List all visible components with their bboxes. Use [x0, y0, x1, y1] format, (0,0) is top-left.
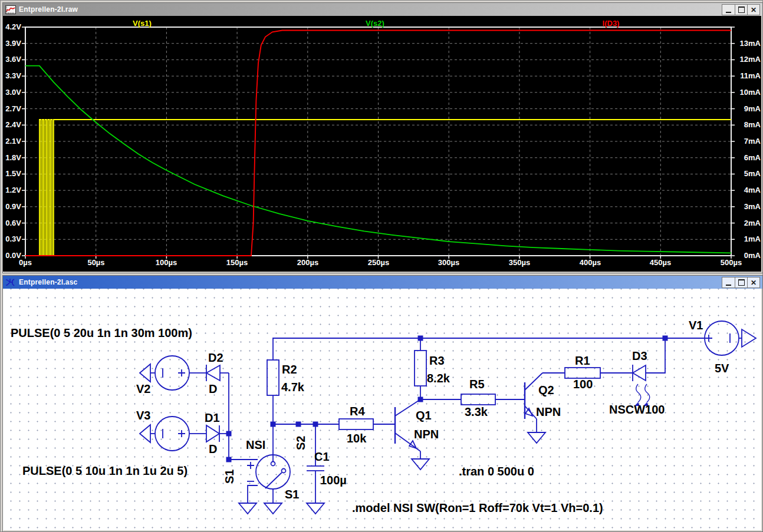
- y-right-tick: 3mA: [734, 202, 761, 212]
- mdi-desktop: Entprellen-2l.raw ✕ 4.2V3.9V3.6V3.3V3.0V…: [0, 0, 763, 532]
- maximize-button[interactable]: [735, 5, 747, 15]
- minimize-icon: [726, 283, 731, 286]
- close-button[interactable]: ✕: [747, 277, 759, 288]
- waveform-plot-pane[interactable]: 4.2V3.9V3.6V3.3V3.0V2.7V2.4V2.1V1.8V1.5V…: [3, 16, 761, 272]
- sch-label-r5val[interactable]: 3.3k: [465, 405, 488, 418]
- resistor-R4[interactable]: [339, 419, 373, 429]
- y-left-tick: 1.2V: [3, 186, 21, 195]
- sch-label-d2[interactable]: D2: [208, 351, 223, 364]
- resistor-R2[interactable]: [267, 360, 279, 395]
- sch-label-v3[interactable]: V3: [136, 409, 150, 422]
- schematic-titlebar[interactable]: Entprellen-2l.asc ✕: [3, 276, 762, 289]
- capacitor-C1[interactable]: [307, 466, 324, 471]
- sch-label-q1type[interactable]: NPN: [414, 428, 439, 441]
- sch-label-d3[interactable]: D3: [632, 349, 647, 362]
- y-left-tick: 2.1V: [3, 137, 21, 146]
- y-right-tick: 9mA: [734, 104, 761, 114]
- x-tick: 500µs: [713, 258, 749, 267]
- sch-label-r2val[interactable]: 4.7k: [281, 381, 305, 394]
- close-button[interactable]: ✕: [747, 5, 759, 15]
- y-left-tick: 3.0V: [3, 88, 21, 97]
- transistor-Q1[interactable]: [395, 399, 420, 451]
- minimize-icon: [726, 10, 731, 13]
- y-left-tick: 1.5V: [3, 169, 21, 179]
- y-right-tick: 4mA: [734, 186, 761, 195]
- schematic-file-icon: [5, 278, 16, 287]
- minimize-button[interactable]: [722, 5, 735, 15]
- trace-label-vs1[interactable]: V(s1): [116, 19, 169, 28]
- y-left-tick: 3.3V: [3, 71, 21, 81]
- y-right-tick: 10mA: [734, 88, 761, 97]
- schematic-window: Entprellen-2l.asc ✕: [2, 275, 763, 532]
- sch-label-r3val[interactable]: 8.2k: [427, 372, 450, 385]
- x-tick: 400µs: [573, 258, 608, 267]
- y-right-tick: 7mA: [734, 137, 761, 146]
- minimize-button[interactable]: [722, 277, 735, 288]
- trace-label-vs2[interactable]: V(s2): [348, 19, 402, 28]
- y-right-tick: 12mA: [734, 55, 761, 64]
- resistor-R3[interactable]: [415, 351, 426, 386]
- x-tick: 150µs: [219, 258, 255, 267]
- y-left-tick: 3.6V: [3, 55, 21, 64]
- sch-label-model[interactable]: .model NSI SW(Ron=1 Roff=70k Vt=1 Vh=0.1…: [352, 501, 603, 514]
- maximize-button[interactable]: [735, 277, 747, 288]
- close-icon: ✕: [751, 279, 757, 286]
- diode-D1[interactable]: [206, 425, 219, 442]
- maximize-icon: [738, 6, 745, 13]
- sch-label-q2type[interactable]: NPN: [536, 405, 561, 418]
- schematic-canvas[interactable]: PULSE(0 5 20u 1n 1n 30m 100m)V2D2DV3D1DP…: [3, 289, 761, 530]
- wires[interactable]: [150, 338, 742, 503]
- sch-label-d2model[interactable]: D: [209, 382, 217, 395]
- sch-label-r5[interactable]: R5: [469, 378, 485, 391]
- x-tick: 100µs: [149, 258, 184, 267]
- trace-label-id3[interactable]: I(D3): [584, 19, 637, 28]
- sch-label-r4val[interactable]: 10k: [347, 432, 367, 445]
- sch-label-d1model[interactable]: D: [209, 442, 217, 455]
- resistor-R5[interactable]: [461, 394, 495, 405]
- x-tick: 250µs: [361, 258, 396, 267]
- diode-D2[interactable]: [206, 365, 220, 381]
- voltage-source-V3[interactable]: [155, 417, 189, 451]
- sch-label-s1net[interactable]: S1: [223, 470, 236, 484]
- sch-label-c1[interactable]: C1: [314, 450, 330, 463]
- sch-label-r1val[interactable]: 100: [573, 378, 593, 391]
- sch-label-c1val[interactable]: 100µ: [320, 474, 347, 487]
- ground-symbols[interactable]: [140, 329, 756, 514]
- waveform-plot: [3, 16, 761, 272]
- sch-label-q1[interactable]: Q1: [416, 409, 432, 422]
- sch-label-r3[interactable]: R3: [429, 354, 445, 367]
- y-right-tick: 2mA: [734, 219, 761, 228]
- sch-label-q2[interactable]: Q2: [538, 384, 554, 396]
- schematic-labels[interactable]: PULSE(0 5 20u 1n 1n 30m 100m)V2D2DV3D1DP…: [11, 319, 729, 514]
- x-tick: 450µs: [643, 258, 678, 267]
- sch-label-nsi[interactable]: NSI: [246, 438, 265, 451]
- sch-label-v1[interactable]: V1: [689, 319, 703, 332]
- schematic-window-title: Entprellen-2l.asc: [19, 278, 77, 286]
- sch-label-pulse1[interactable]: PULSE(0 5 20u 1n 1n 30m 100m): [11, 326, 192, 339]
- sch-label-v1val[interactable]: 5V: [715, 362, 729, 375]
- sch-label-r4[interactable]: R4: [350, 405, 365, 418]
- sch-label-s1inst[interactable]: S1: [285, 488, 299, 501]
- sch-label-v2[interactable]: V2: [136, 382, 150, 395]
- sch-label-s2net[interactable]: S2: [294, 436, 307, 450]
- voltage-source-V2[interactable]: [155, 356, 189, 390]
- sch-label-d3model[interactable]: NSCW100: [609, 403, 665, 416]
- sch-label-r1[interactable]: R1: [575, 354, 590, 367]
- y-left-tick: 2.4V: [3, 120, 21, 130]
- waveform-file-icon: [5, 5, 16, 14]
- led-D3[interactable]: [633, 365, 650, 406]
- sch-label-tran[interactable]: .tran 0 500u 0: [459, 465, 534, 478]
- y-left-tick: 0.6V: [3, 219, 21, 228]
- sch-label-d1[interactable]: D1: [205, 411, 220, 424]
- x-tick: 200µs: [290, 258, 325, 267]
- y-right-tick: 5mA: [734, 169, 761, 179]
- voltage-source-V1[interactable]: [705, 321, 739, 355]
- waveform-titlebar[interactable]: Entprellen-2l.raw ✕: [3, 3, 762, 16]
- x-tick: 0µs: [8, 258, 43, 267]
- resistor-R1[interactable]: [565, 368, 600, 378]
- y-left-tick: 3.9V: [3, 39, 21, 48]
- sch-label-pulse2[interactable]: PULSE(0 5 10u 1n 1n 1u 2u 5): [22, 464, 188, 477]
- waveform-window-buttons: ✕: [722, 4, 760, 15]
- sch-label-r2[interactable]: R2: [282, 363, 297, 376]
- x-tick: 300µs: [431, 258, 466, 267]
